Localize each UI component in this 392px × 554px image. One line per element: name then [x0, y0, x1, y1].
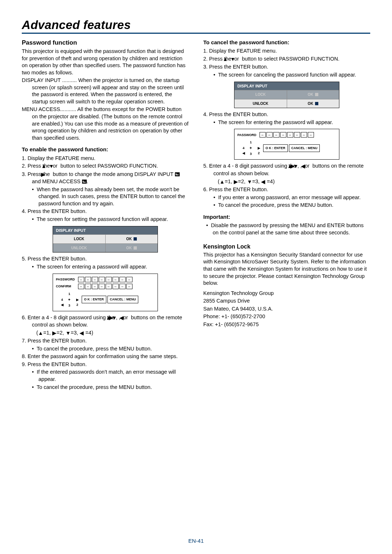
- cancel-step-6: 6. Press the ENTER button.: [203, 186, 370, 193]
- osd-lock-cell-disabled: LOCK: [234, 90, 287, 99]
- cancel-step-3: 3. Press the ENTER button.: [203, 63, 370, 71]
- step-3c: and MENU ACCESS: [32, 178, 82, 184]
- page-title: Advanced features: [22, 18, 370, 32]
- display-input-desc: DISPLAY INPUT .......... When the projec…: [22, 77, 189, 105]
- ok-enter-label: O K : ENTER: [82, 296, 107, 303]
- cancel-menu-label: CANCEL : MENU: [289, 144, 320, 152]
- cancel-step-4-bullet: • The screen for entering the password w…: [203, 119, 370, 126]
- kensington-addr3: San Mateo, CA 94403, U.S.A.: [203, 305, 370, 313]
- ok-enter-label: O K : ENTER: [263, 144, 288, 152]
- step-1: 1. Display the FEATURE menu.: [22, 155, 189, 162]
- password-entry-panel: PASSWORD –––––––– CONFIRM –––––––– 1 4 ◀: [53, 274, 158, 311]
- cancel-step-2: 2. Press the ▲ or ▼ button to select PAS…: [203, 56, 370, 63]
- osd-ok-cell-disabled: OK: [287, 90, 339, 99]
- osd-header: DISPLAY INPUT: [53, 226, 158, 235]
- step-3-bullet-text: When the password has already been set, …: [37, 186, 185, 206]
- step-6-mapping: (▲=1, ▶=2, ▼=3, ◀ =4): [22, 329, 189, 337]
- heading-password-function: Password function: [22, 39, 189, 47]
- enter-icon: [315, 93, 318, 96]
- step-4: 4. Press the ENTER button.: [22, 208, 189, 215]
- enter-icon: [82, 180, 87, 184]
- important-bullet: • Disable the password by pressing the M…: [196, 222, 370, 236]
- kensington-addr1: Kensington Technology Group: [203, 290, 370, 297]
- kensington-phone: Phone: +1- (650)572-2700: [203, 313, 370, 320]
- cancel-step-3-bullet: • The screen for canceling the password …: [203, 71, 370, 79]
- title-rule: [22, 33, 370, 34]
- kensington-addr2: 2855 Campus Drive: [203, 297, 370, 305]
- enter-icon: [315, 102, 318, 105]
- password-entry-panel-single: PASSWORD –––––––– 1 4 ◀ ✦ ▶ 2 3 O K : EN…: [234, 129, 339, 160]
- osd-ok-cell: OK: [287, 99, 339, 108]
- osd-display-input-lock: DISPLAY INPUT LOCK OK UNLOCK OK: [53, 226, 158, 253]
- step-8: 8. Enter the password again for confirma…: [22, 353, 189, 360]
- pwd-label: PASSWORD: [56, 277, 77, 282]
- enter-icon: [175, 172, 180, 176]
- right-column: To cancel the password function: 1. Disp…: [203, 37, 370, 391]
- cancel-step-5-mapping: (▲=1, ▶=2, ▼=3, ◀ =4): [203, 178, 370, 186]
- step-9-bullet1: • If the entered passwords don't match, …: [22, 369, 189, 383]
- step-5: 5. Press the ENTER button.: [22, 255, 189, 263]
- step-4-bullet-text: The screen for setting the password func…: [37, 216, 168, 222]
- page-footer: EN-41: [0, 538, 392, 544]
- cancel-step-5: 5. Enter a 4 - 8 digit password using th…: [203, 163, 370, 177]
- confirm-boxes: ––––––––: [78, 284, 133, 289]
- dpad-icon: 1 4 ◀ ✦ ▶ 2 3: [240, 140, 262, 156]
- osd-lock-cell: LOCK: [53, 234, 106, 243]
- cancel-step-4: 4. Press the ENTER button.: [203, 111, 370, 118]
- step-6: 6. Enter a 4 - 8 digit password using th…: [22, 314, 189, 329]
- step-5-bullet: • The screen for entering a password wil…: [22, 263, 189, 271]
- step-4-bullet: • The screen for setting the password fu…: [22, 216, 189, 223]
- menu-access-desc: MENU ACCESS........... All the buttons e…: [22, 106, 189, 141]
- left-column: Password function This projector is equi…: [22, 37, 189, 391]
- intro-text: This projector is equipped with the pass…: [22, 48, 189, 76]
- step-2: 2. Press the ▲ or ▼ button to select PAS…: [22, 163, 189, 170]
- osd-display-input-unlock: DISPLAY INPUT LOCK OK UNLOCK OK: [234, 82, 339, 108]
- heading-cancel: To cancel the password function:: [203, 39, 370, 46]
- heading-kensington: Kensington Lock: [203, 243, 370, 251]
- step-9-bullet2: • To cancel the procedure, press the MEN…: [22, 384, 189, 391]
- cancel-step-1: 1. Display the FEATURE menu.: [203, 48, 370, 55]
- enter-icon: [134, 237, 137, 241]
- heading-enable: To enable the password function:: [22, 146, 189, 153]
- cancel-menu-label: CANCEL : MENU: [107, 296, 139, 303]
- confirm-label: CONFIRM: [56, 284, 77, 288]
- kensington-text: This projector has a Kensington Security…: [203, 251, 370, 287]
- osd-header: DISPLAY INPUT: [234, 82, 339, 90]
- osd-unlock-cell: UNLOCK: [53, 243, 106, 253]
- step-3d: .: [87, 178, 88, 184]
- osd-ok-cell: OK: [106, 234, 158, 243]
- step-3a: 3. Press the: [22, 171, 51, 177]
- step-5-bullet-text: The screen for entering a password will …: [37, 264, 147, 270]
- osd-unlock-cell: UNLOCK: [234, 99, 287, 108]
- dpad-icon: 1 4 ◀ ✦ ▶ 2 3: [59, 291, 81, 308]
- step-3-bullet: • When the password has already been set…: [22, 186, 189, 208]
- step-2c: button to select PASSWORD FUNCTION.: [59, 163, 158, 169]
- kensington-fax: Fax: +1- (650)572-9675: [203, 321, 370, 328]
- pwd-boxes: ––––––––: [78, 277, 133, 282]
- step-9: 9. Press the ENTER button.: [22, 361, 189, 368]
- pwd-boxes: ––––––––: [260, 132, 315, 138]
- step-3b: button to change the mode among DISPLAY …: [51, 171, 175, 177]
- enter-icon: [134, 246, 137, 250]
- step-7: 7. Press the ENTER button.: [22, 337, 189, 345]
- step-3: 3. Press the ▶ button to change the mode…: [22, 171, 189, 185]
- pwd-label: PASSWORD: [237, 133, 258, 137]
- step-2a: 2. Press the: [22, 163, 51, 169]
- step-7-bullet: • To cancel the procedure, press the MEN…: [22, 345, 189, 353]
- heading-important: Important:: [203, 213, 370, 221]
- cancel-step-6-bullet2: • To cancel the procedure, press the MEN…: [203, 202, 370, 209]
- osd-ok-cell-disabled: OK: [106, 243, 158, 253]
- cancel-step-6-bullet1: • If you enter a wrong password, an erro…: [203, 194, 370, 201]
